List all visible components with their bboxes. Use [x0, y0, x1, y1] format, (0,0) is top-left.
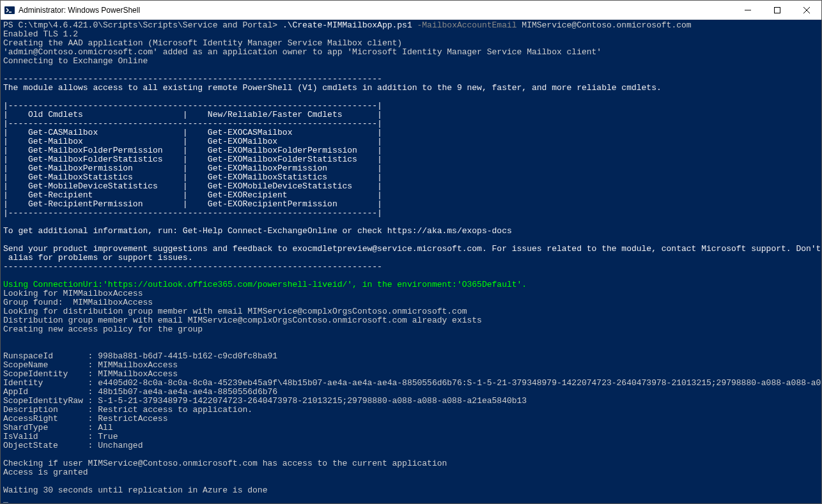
policy-scoperaw: ScopeIdentityRaw : S-1-5-21-379348979-14… — [3, 396, 527, 406]
script-name: .\Create-MIMMailboxApp.ps1 — [277, 20, 412, 30]
param-name: -MailboxAccountEmail — [412, 20, 517, 30]
param-value: MIMService@Contoso.onmicrosoft.com — [517, 20, 692, 30]
banner-table: | Get-MailboxFolderPermission | Get-EXOM… — [3, 146, 382, 155]
final-granted: Access is granted — [3, 468, 88, 477]
banner-table: | Old Cmdlets | New/Reliable/Faster Cmdl… — [3, 110, 382, 119]
banner-table: | Get-MailboxPermission | Get-EXOMailbox… — [3, 164, 382, 173]
banner-table: | Get-Mailbox | Get-EXOMailbox | — [3, 137, 382, 146]
output-line: Connecting to Exchange Online — [3, 56, 148, 66]
banner-table: |---------------------------------------… — [3, 208, 382, 218]
banner-table: | Get-MailboxFolderStatistics | Get-EXOM… — [3, 155, 382, 164]
policy-isvalid: IsValid : True — [3, 432, 118, 441]
policy-identity: Identity : e4405d02-8c0a-8c0a-8c0a-45239… — [3, 378, 821, 388]
output-line: Creating the AAD application (Microsoft … — [3, 38, 402, 48]
prompt-prefix: PS — [3, 20, 18, 30]
banner-table: | Get-MobileDeviceStatistics | Get-EXOMo… — [3, 181, 382, 191]
progress-line: Creating new access policy for the group — [3, 325, 203, 334]
banner-info: To get additional information, run: Get-… — [3, 226, 512, 236]
policy-objectstate: ObjectState : Unchanged — [3, 441, 143, 450]
cursor: _ — [3, 494, 8, 503]
powershell-window: Administrator: Windows PowerShell PS C:\… — [0, 0, 822, 504]
policy-appid: AppId : 48b15b07-ae4a-ae4a-ae4a-8850556d… — [3, 387, 277, 397]
progress-line: Looking for MIMMailboxAccess — [3, 289, 143, 298]
policy-runspace: RunspaceId : 998ba881-b6d7-4415-b162-c9c… — [3, 351, 277, 361]
connection-uri: Using ConnectionUri:'https://outlook.off… — [3, 280, 527, 289]
final-waiting: Waiting 30 seconds until replication in … — [3, 485, 267, 495]
banner-table: |---------------------------------------… — [3, 101, 382, 111]
policy-scopeidentity: ScopeIdentity : MIMMailboxAccess — [3, 369, 178, 379]
policy-accessright: AccessRight : RestrictAccess — [3, 414, 167, 424]
titlebar-left: Administrator: Windows PowerShell — [4, 5, 140, 15]
policy-scopename: ScopeName : MIMMailboxAccess — [3, 360, 178, 370]
banner-table: | Get-Recipient | Get-EXORecipient | — [3, 190, 382, 200]
maximize-button[interactable] — [763, 1, 792, 19]
banner-table: |---------------------------------------… — [3, 119, 382, 128]
progress-line: Group found: MIMMailboxAccess — [3, 298, 153, 307]
progress-line: Looking for distribution group member wi… — [3, 307, 467, 316]
policy-description: Description : Restrict access to applica… — [3, 405, 252, 415]
final-checking: Checking if user MIMService@Contoso.onmi… — [3, 459, 447, 468]
output-line: Enabled TLS 1.2 — [3, 29, 78, 39]
titlebar[interactable]: Administrator: Windows PowerShell — [1, 1, 821, 20]
output-line: 'admin@Contoso.onmicrosoft.com' added as… — [3, 47, 601, 57]
powershell-icon — [4, 5, 15, 15]
banner-table: | Get-CASMailbox | Get-EXOCASMailbox | — [3, 128, 382, 137]
svg-rect-3 — [775, 7, 780, 13]
minimize-button[interactable] — [733, 1, 763, 19]
svg-rect-0 — [4, 6, 15, 14]
policy-shardtype: ShardType : All — [3, 423, 113, 432]
window-controls — [733, 1, 821, 19]
window-title: Administrator: Windows PowerShell — [19, 6, 140, 15]
banner-feedback: Send your product improvement suggestion… — [3, 244, 821, 263]
banner-intro: The module allows access to all existing… — [3, 83, 662, 93]
close-button[interactable] — [792, 1, 821, 19]
progress-line: Distribution group member with email MIM… — [3, 316, 482, 325]
terminal-output[interactable]: PS C:\tmp\4.6.421.0\Scripts\Scripts\Serv… — [1, 20, 821, 503]
banner-sep: ----------------------------------------… — [3, 74, 382, 84]
banner-table: | Get-MailboxStatistics | Get-EXOMailbox… — [3, 172, 382, 182]
banner-sep: ----------------------------------------… — [3, 262, 382, 271]
banner-table: | Get-RecipientPermission | Get-EXORecip… — [3, 199, 382, 209]
prompt-path: C:\tmp\4.6.421.0\Scripts\Scripts\Service… — [18, 20, 277, 30]
